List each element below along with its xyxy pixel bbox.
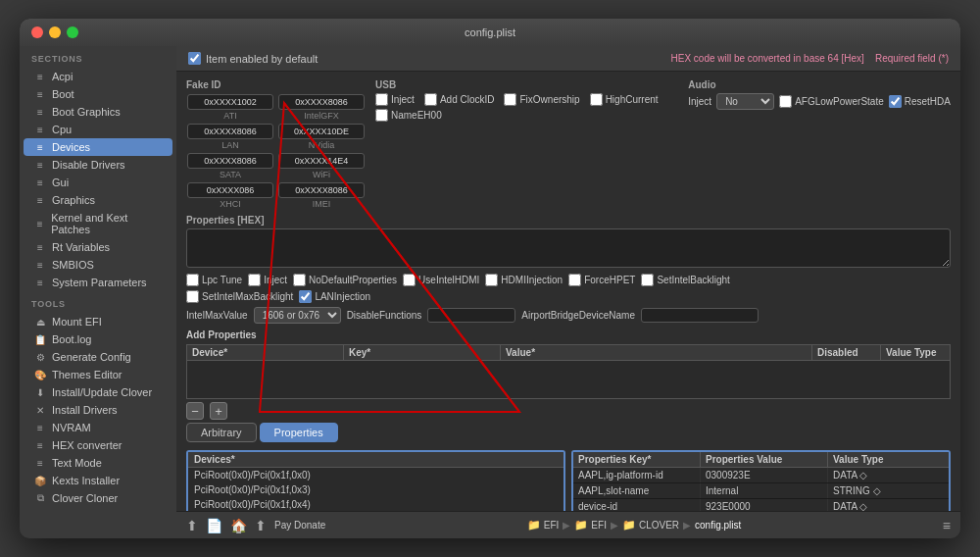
sidebar-item-clover-cloner[interactable]: ⧉ Clover Cloner xyxy=(24,489,172,507)
usb-clockid-checkbox[interactable] xyxy=(424,93,437,106)
usb-fixownership[interactable]: FixOwnership xyxy=(504,93,579,106)
audio-reset-hda-checkbox[interactable] xyxy=(889,95,902,108)
sidebar-item-label: Themes Editor xyxy=(52,369,122,380)
fake-id-imei-input[interactable] xyxy=(278,182,365,198)
cb-inject-input[interactable] xyxy=(248,274,261,286)
tab-arbitrary[interactable]: Arbitrary xyxy=(186,423,257,442)
sidebar-item-label: Generate Config xyxy=(52,351,131,363)
fake-id-lan-input[interactable] xyxy=(187,124,273,139)
usb-inject[interactable]: Inject xyxy=(375,93,415,106)
usb-highcurrent[interactable]: HighCurrent xyxy=(590,93,659,106)
cb-set-intel-max-input[interactable] xyxy=(186,290,199,303)
audio-reset-hda[interactable]: ResetHDA xyxy=(889,95,951,108)
cb-force-hpet-input[interactable] xyxy=(568,274,581,286)
audio-afg[interactable]: AFGLowPowerState xyxy=(779,95,884,108)
device-row-1[interactable]: PciRoot(0x0)/Pci(0x1f,0x3) xyxy=(188,482,564,497)
usb-nameeh00-checkbox[interactable] xyxy=(375,109,388,122)
maximize-button[interactable] xyxy=(67,26,78,38)
disable-func-input[interactable] xyxy=(427,308,515,323)
prop-row-2[interactable]: device-id 923E0000 DATA ◇ xyxy=(573,499,949,511)
sidebar-item-graphics[interactable]: ≡ Graphics xyxy=(24,191,172,209)
sidebar-item-label: NVRAM xyxy=(52,422,91,433)
breadcrumb-clover[interactable]: 📁 CLOVER xyxy=(622,519,679,532)
sidebar-item-hex-converter[interactable]: ≡ HEX converter xyxy=(24,436,172,454)
sidebar-item-boot-log[interactable]: 📋 Boot.log xyxy=(24,330,172,348)
sidebar-item-mount-efi[interactable]: ⏏ Mount EFI xyxy=(24,313,172,330)
usb-highcurrent-checkbox[interactable] xyxy=(590,93,603,106)
audio-inject-label: Inject xyxy=(688,96,711,107)
prop-row-1[interactable]: AAPL,slot-name Internal STRING ◇ xyxy=(573,483,949,499)
sidebar-item-system-params[interactable]: ≡ System Parameters xyxy=(24,274,172,291)
cb-hdmi-injection[interactable]: HDMIInjection xyxy=(485,274,563,286)
footer-icon-2[interactable]: 📄 xyxy=(206,518,222,533)
sidebar-item-devices[interactable]: ≡ Devices xyxy=(24,138,172,156)
minimize-button[interactable] xyxy=(49,26,61,38)
usb-fixownership-checkbox[interactable] xyxy=(504,93,516,106)
cb-inject[interactable]: Inject xyxy=(248,274,287,286)
tab-properties[interactable]: Properties xyxy=(260,423,338,442)
footer-icon-1[interactable]: ⬆ xyxy=(186,518,198,533)
fake-id-nvidia-input[interactable] xyxy=(278,124,365,139)
sidebar-item-themes-editor[interactable]: 🎨 Themes Editor xyxy=(24,366,172,383)
footer-icon-3[interactable]: 🏠 xyxy=(230,518,247,533)
audio-inject-select[interactable]: No 1 2 Detect xyxy=(716,93,774,110)
remove-prop-button[interactable]: − xyxy=(186,402,204,420)
sidebar-item-boot-graphics[interactable]: ≡ Boot Graphics xyxy=(24,103,172,121)
airport-input[interactable] xyxy=(641,308,759,323)
cb-no-default[interactable]: NoDefaultProperties xyxy=(293,274,397,286)
breadcrumb-config[interactable]: config.plist xyxy=(695,520,741,531)
device-row-2[interactable]: PciRoot(0x0)/Pci(0x1f,0x4) xyxy=(188,497,564,511)
add-props-col-key: Key* xyxy=(344,345,501,360)
sidebar-item-boot[interactable]: ≡ Boot xyxy=(24,85,172,103)
fake-id-ati-input[interactable] xyxy=(187,94,273,110)
cb-lan-injection[interactable]: LANInjection xyxy=(299,290,370,303)
cb-lpc-tune-input[interactable] xyxy=(186,274,199,286)
cb-set-intel-backlight[interactable]: SetIntelBacklight xyxy=(641,274,730,286)
fake-id-wifi-input[interactable] xyxy=(278,153,365,169)
sidebar-item-kexts-installer[interactable]: 📦 Kexts Installer xyxy=(24,472,172,489)
add-prop-button[interactable]: + xyxy=(210,402,227,420)
cb-set-intel-backlight-input[interactable] xyxy=(641,274,654,286)
sidebar-item-acpi[interactable]: ≡ Acpi xyxy=(24,68,172,85)
item-enabled-checkbox[interactable] xyxy=(188,52,201,65)
cb-hdmi-injection-input[interactable] xyxy=(485,274,498,286)
cb-lan-injection-input[interactable] xyxy=(299,290,312,303)
list-icon: ≡ xyxy=(33,72,47,82)
device-row-0[interactable]: PciRoot(0x0)/Pci(0x1f,0x0) xyxy=(188,468,564,482)
breadcrumb-efi1[interactable]: 📁 EFI xyxy=(527,519,560,532)
prop-hex-input[interactable] xyxy=(186,228,951,268)
intelmax-unit-select[interactable]: 1606 or 0x76 xyxy=(254,307,341,324)
sidebar-item-install-drivers[interactable]: ✕ Install Drivers xyxy=(24,401,172,419)
sidebar-item-kernel-kext[interactable]: ≡ Kernel and Kext Patches xyxy=(24,209,172,238)
usb-nameeh00[interactable]: NameEH00 xyxy=(375,109,678,122)
cb-lpc-tune[interactable]: Lpc Tune xyxy=(186,274,242,286)
cb-use-intel-hdmi-input[interactable] xyxy=(403,274,416,286)
fake-id-sata-input[interactable] xyxy=(187,153,273,169)
close-button[interactable] xyxy=(31,26,43,38)
sidebar-item-text-mode[interactable]: ≡ Text Mode xyxy=(24,454,172,472)
menu-icon[interactable]: ≡ xyxy=(943,518,951,533)
audio-afg-checkbox[interactable] xyxy=(779,95,792,108)
cb-use-intel-hdmi[interactable]: UseIntelHDMI xyxy=(403,274,479,286)
sidebar-item-generate-config[interactable]: ⚙ Generate Config xyxy=(24,348,172,366)
prop-type-2: DATA ◇ xyxy=(828,499,906,511)
sidebar-item-install-update[interactable]: ⬇ Install/Update Clover xyxy=(24,383,172,401)
usb-inject-checkbox[interactable] xyxy=(375,93,388,106)
sidebar-item-smbios[interactable]: ≡ SMBIOS xyxy=(24,256,172,274)
cb-force-hpet[interactable]: ForceHPET xyxy=(568,274,635,286)
fake-id-intelgfx-input[interactable] xyxy=(278,94,365,110)
prop-row-0[interactable]: AAPL,ig-platform-id 0300923E DATA ◇ xyxy=(573,468,949,483)
sidebar-item-nvram[interactable]: ≡ NVRAM xyxy=(24,419,172,436)
sidebar-item-gui[interactable]: ≡ Gui xyxy=(24,174,172,191)
cb-no-default-input[interactable] xyxy=(293,274,306,286)
cb-set-intel-max[interactable]: SetIntelMaxBacklight xyxy=(186,290,293,303)
sidebar-item-cpu[interactable]: ≡ Cpu xyxy=(24,121,172,138)
breadcrumb-efi2[interactable]: 📁 EFI xyxy=(574,519,607,532)
footer-icon-4[interactable]: ⬆ xyxy=(255,518,267,533)
sidebar-item-rt-variables[interactable]: ≡ Rt Variables xyxy=(24,238,172,256)
donate-label[interactable]: Pay Donate xyxy=(274,520,325,531)
list-icon: ≡ xyxy=(33,440,47,451)
usb-clockid[interactable]: Add ClockID xyxy=(424,93,495,106)
fake-id-xhci-input[interactable] xyxy=(187,182,273,198)
sidebar-item-disable-drivers[interactable]: ≡ Disable Drivers xyxy=(24,156,172,174)
